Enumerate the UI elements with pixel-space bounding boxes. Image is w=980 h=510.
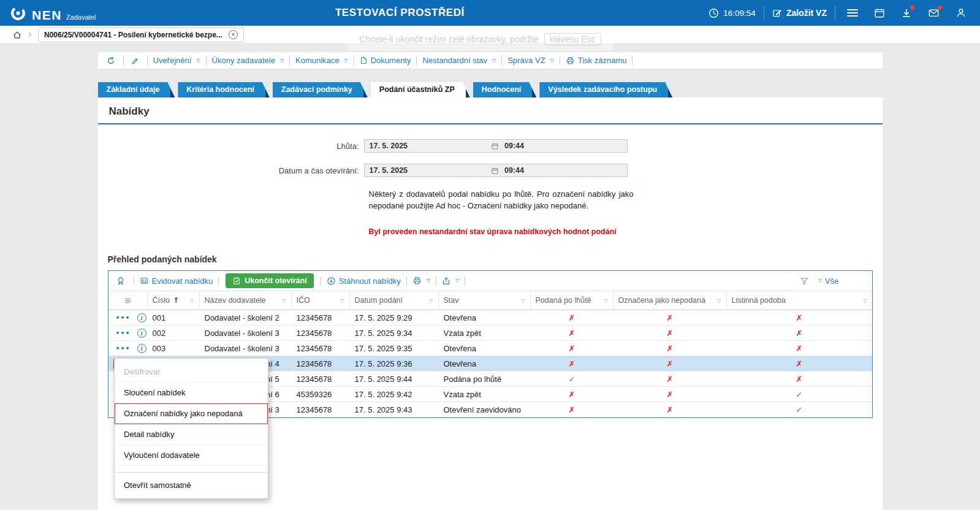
refresh-icon[interactable] [106, 56, 116, 66]
toolbar-item-label: Dokumenty [371, 56, 411, 65]
toolbar-item-tisk-zaznamu[interactable]: Tisk záznamu [566, 56, 627, 65]
export-button[interactable]: ▽ [442, 276, 459, 286]
oteviani-datetime-field[interactable]: 17. 5. 2025 09:44 [364, 164, 628, 177]
row-actions-cell: •••i [108, 341, 148, 356]
toolbar-item-komunikace[interactable]: Komunikace▽ [295, 56, 348, 65]
nen-brand[interactable]: NEN Zadavatel [10, 5, 96, 21]
filter-caret-icon[interactable]: ▽ [521, 298, 525, 303]
lhuta-datetime-field[interactable]: 17. 5. 2025 09:44 [364, 139, 628, 153]
tab-vysledek-zadavaciho-postupu[interactable]: Výsledek zadávacího postupu [539, 82, 672, 97]
table-row[interactable]: •••i002Dodavatel - školení 31234567817. … [108, 325, 872, 341]
field-label-lhuta: Lhůta: [98, 142, 364, 151]
check-icon: ✓ [531, 371, 613, 386]
column-chooser-header[interactable] [108, 291, 148, 310]
dropdown-caret-icon: ▽ [818, 278, 822, 283]
edit-pencil-icon[interactable] [131, 56, 140, 65]
toolbar-item-label: Úkony zadavatele [212, 56, 275, 65]
filter-caret-icon[interactable]: ▽ [190, 298, 194, 303]
cell-stav: Otevřena [439, 341, 531, 356]
row-menu-icon[interactable]: ••• [113, 313, 133, 322]
mail-icon[interactable] [928, 7, 940, 18]
home-icon[interactable] [12, 30, 22, 40]
column-header-oznacena-jako-nepodana[interactable]: Označena jako nepodaná▽ [613, 291, 727, 310]
row-menu-icon[interactable]: ••• [113, 344, 133, 353]
row-actions-cell: •••i [108, 310, 148, 325]
column-header-stav[interactable]: Stav▽ [439, 291, 531, 310]
oteviani-date-value: 17. 5. 2025 [365, 166, 492, 175]
breadcrumb: › N006/25/V00004741 - Posílení kyberneti… [0, 26, 980, 44]
dropdown-caret-icon: ▽ [344, 58, 348, 63]
row-info-icon[interactable]: i [137, 329, 146, 338]
tab-podani-ucastniku-zp[interactable]: Podání účastníků ZP [371, 82, 470, 97]
filter-caret-icon[interactable]: ▽ [429, 298, 433, 303]
close-icon[interactable]: ✕ [229, 30, 238, 39]
dropdown-caret-icon: ▽ [492, 58, 496, 63]
cell-datum-podani: 17. 5. 2025 9:29 [350, 310, 439, 325]
toolbar-item-sprava-vz[interactable]: Správa VZ▽ [507, 56, 554, 65]
cross-icon: ✗ [531, 387, 613, 402]
current-time: 16:09:54 [723, 9, 756, 18]
cell-nazev-dodavatele: Dodavatel - školení 3 [200, 325, 292, 340]
printer-icon [412, 276, 422, 285]
downloads-icon[interactable] [901, 7, 912, 18]
ukoncit-oteviani-button[interactable]: Ukončit otevírání [226, 273, 313, 288]
seal-icon[interactable] [116, 276, 126, 286]
view-filter-dropdown[interactable]: ▽ Vše [816, 276, 839, 286]
filter-funnel-icon[interactable] [800, 276, 809, 286]
menu-item-detail-nabidky[interactable]: Detail nabídky [115, 424, 268, 445]
menu-item-oznaceni-nabidky-jako-nepodana[interactable]: Označení nabídky jako nepodaná [115, 403, 268, 424]
column-header-podana-po-lhute[interactable]: Podaná po lhůtě▽ [531, 291, 613, 310]
filter-caret-icon[interactable]: ▽ [604, 298, 607, 303]
table-row[interactable]: •••i003Dodavatel - školení 31234567817. … [108, 341, 872, 356]
table-row[interactable]: •••i001Dodavatel - školení 21234567817. … [108, 310, 872, 325]
create-vz-button[interactable]: Založit VZ [772, 8, 827, 18]
row-menu-icon[interactable]: ••• [113, 329, 133, 338]
download-circle-icon [327, 276, 336, 286]
cell-stav: Podána po lhůtě [439, 371, 531, 386]
print-grid-button[interactable]: ▽ [412, 276, 430, 285]
cross-icon: ✗ [727, 341, 872, 356]
toolbar-separator [436, 276, 436, 286]
grid-toolbar: Evidovat nabídku Ukončit otevírání Stáhn… [108, 271, 872, 291]
cell-stav: Otevřena [439, 310, 531, 325]
evidovat-nabidku-button[interactable]: Evidovat nabídku [140, 276, 213, 286]
menu-item-otevrit-samostatne[interactable]: Otevřít samostatně [115, 472, 268, 495]
dropdown-caret-icon: ▽ [455, 278, 459, 283]
row-context-menu: DešifrovatSloučení nabídekOznačení nabíd… [114, 358, 268, 499]
column-header-ico[interactable]: IČO▽ [292, 291, 350, 310]
top-bar: NEN Zadavatel TESTOVACÍ PROSTŘEDÍ 16:09:… [0, 0, 980, 26]
filter-caret-icon[interactable]: ▽ [717, 298, 721, 303]
row-info-icon[interactable]: i [137, 344, 146, 353]
tab-zakladni-udaje[interactable]: Základní údaje [98, 82, 175, 97]
toolbar-item-ukony-zadavatele[interactable]: Úkony zadavatele▽ [212, 56, 284, 65]
calendar-icon[interactable] [874, 7, 885, 18]
filter-caret-icon[interactable]: ▽ [282, 298, 286, 303]
tab-hodnoceni[interactable]: Hodnocení [473, 82, 537, 97]
toolbar-item-dokumenty[interactable]: Dokumenty [360, 56, 411, 65]
toolbar-item-label: Uveřejnění [153, 56, 192, 65]
menu-item-vylouceni-dodavatele[interactable]: Vyloučení dodavatele [115, 445, 268, 466]
filter-caret-icon[interactable]: ▽ [863, 298, 867, 303]
toolbar-item-uverejneni[interactable]: Uveřejnění▽ [153, 56, 200, 65]
user-icon[interactable] [955, 7, 967, 18]
column-label: Listinná podoba [732, 296, 786, 305]
tab-kriteria-hodnoceni[interactable]: Kritéria hodnocení [178, 82, 269, 97]
cross-icon: ✗ [531, 341, 613, 356]
ukoncit-label: Ukončit otevírání [245, 276, 306, 285]
toolbar-item-nestandardni-stav[interactable]: Nestandardní stav▽ [422, 56, 496, 65]
column-header-listinna-podoba[interactable]: Listinná podoba▽ [727, 291, 872, 310]
column-header-cislo[interactable]: Číslo↑▽ [148, 291, 200, 310]
column-label: IČO [297, 296, 310, 305]
column-header-datum-podani[interactable]: Datum podání▽ [350, 291, 439, 310]
printer-icon [566, 56, 575, 65]
tab-zadavaci-podminky[interactable]: Zadávací podmínky [273, 82, 368, 97]
filter-caret-icon[interactable]: ▽ [340, 298, 344, 303]
toolbar-item-label: Správa VZ [507, 56, 545, 65]
open-record-tab[interactable]: N006/25/V00004741 - Posílení kybernetick… [38, 28, 244, 42]
stahnout-nabidky-button[interactable]: Stáhnout nabídky [327, 276, 401, 286]
column-header-nazev-dodavatele[interactable]: Název dodavatele▽ [200, 291, 292, 310]
row-info-icon[interactable]: i [137, 313, 146, 322]
menu-icon[interactable] [847, 9, 858, 17]
cross-icon: ✗ [613, 341, 727, 356]
menu-item-slouceni-nabidek[interactable]: Sloučení nabídek [115, 382, 268, 403]
